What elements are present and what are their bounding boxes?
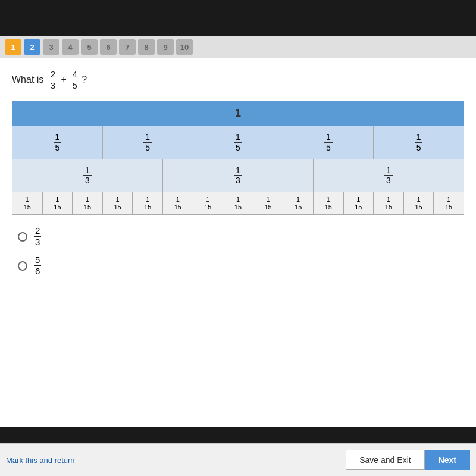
save-exit-button[interactable]: Save and Exit — [346, 450, 424, 470]
cell-third-1: 1 3 — [12, 159, 163, 192]
fraction2-den: 5 — [71, 80, 78, 91]
tab-7[interactable]: 7 — [119, 39, 136, 55]
cell-15th-14: 115 — [404, 192, 434, 214]
cell-15th-1: 115 — [12, 192, 43, 214]
cell-15th-4: 115 — [103, 192, 133, 214]
radio-2[interactable] — [18, 261, 27, 271]
main-content: What is 2 3 + 4 5 ? 1 1 5 — [0, 58, 476, 427]
frac-fifth-4: 1 5 — [283, 132, 373, 153]
right-buttons: Save and Exit Next — [346, 450, 470, 470]
chart-row-fifteenths: 115 115 115 115 115 115 115 115 115 115 … — [12, 192, 464, 214]
cell-15th-11: 115 — [314, 192, 344, 214]
tab-4[interactable]: 4 — [62, 39, 79, 55]
answer-choice-1[interactable]: 2 3 — [18, 226, 464, 248]
frac-fifth-3: 1 5 — [193, 132, 283, 153]
cell-15th-3: 115 — [73, 192, 103, 214]
answer-choice-2[interactable]: 5 6 — [18, 255, 464, 277]
tab-10[interactable]: 10 — [176, 39, 193, 55]
frac-third-3: 1 3 — [314, 165, 464, 186]
tab-1[interactable]: 1 — [5, 39, 21, 55]
frac-fifth-2: 1 5 — [103, 132, 193, 153]
cell-fifth-1: 1 5 — [12, 126, 103, 159]
answer1-num: 2 — [34, 226, 41, 237]
tab-bar: 1 2 3 4 5 6 7 8 9 10 — [0, 36, 476, 58]
fraction1-num: 2 — [49, 69, 57, 80]
chart-row-thirds: 1 3 1 3 1 3 — [12, 159, 464, 193]
fraction1: 2 3 — [49, 74, 60, 84]
answer-choices: 2 3 5 6 — [12, 226, 464, 277]
tab-9[interactable]: 9 — [157, 39, 174, 55]
answer-frac-1: 2 3 — [34, 226, 41, 248]
cell-15th-12: 115 — [344, 192, 374, 214]
answer-frac-2: 5 6 — [34, 255, 41, 277]
cell-third-2: 1 3 — [163, 159, 314, 192]
answer2-den: 6 — [34, 266, 41, 277]
tab-5[interactable]: 5 — [81, 39, 98, 55]
cell-15th-6: 115 — [163, 192, 193, 214]
chart-row-fifths: 1 5 1 5 1 5 1 5 — [12, 126, 464, 159]
tab-2[interactable]: 2 — [24, 39, 40, 55]
chart-row-one: 1 — [12, 101, 464, 126]
cell-fifth-3: 1 5 — [193, 126, 284, 159]
fraction1-display: 2 3 — [49, 69, 57, 91]
mark-return-button[interactable]: Mark this and return — [6, 456, 75, 465]
fraction2-display: 4 5 — [71, 69, 78, 91]
cell-fifth-2: 1 5 — [103, 126, 193, 159]
top-black-bar — [0, 0, 476, 36]
cell-15th-2: 115 — [43, 192, 73, 214]
fraction2-num: 4 — [71, 69, 78, 80]
tab-8[interactable]: 8 — [138, 39, 155, 55]
answer2-num: 5 — [34, 255, 41, 266]
cell-third-3: 1 3 — [314, 159, 464, 192]
frac-third-1: 1 3 — [12, 165, 162, 186]
fraction-chart: 1 1 5 1 5 1 5 — [12, 101, 464, 215]
question-text: What is 2 3 + 4 5 ? — [12, 69, 464, 91]
fraction1-den: 3 — [49, 80, 57, 91]
cell-15th-10: 115 — [283, 192, 314, 214]
next-button[interactable]: Next — [425, 450, 470, 470]
cell-fifth-4: 1 5 — [283, 126, 374, 159]
frac-third-2: 1 3 — [163, 165, 313, 186]
cell-15th-13: 115 — [374, 192, 404, 214]
cell-15th-7: 115 — [193, 192, 224, 214]
whole-cell: 1 — [12, 101, 464, 126]
cell-15th-9: 115 — [253, 192, 284, 214]
question-prefix: What is — [12, 74, 43, 84]
cell-15th-5: 115 — [133, 192, 163, 214]
tab-6[interactable]: 6 — [100, 39, 117, 55]
bottom-bar: Mark this and return Save and Exit Next — [0, 443, 476, 476]
cell-15th-15: 115 — [434, 192, 464, 214]
frac-fifth-1: 1 5 — [12, 132, 102, 153]
operator: + — [61, 74, 67, 84]
cell-fifth-5: 1 5 — [374, 126, 464, 159]
cell-15th-8: 115 — [223, 192, 253, 214]
tab-3[interactable]: 3 — [43, 39, 60, 55]
question-suffix: ? — [82, 74, 87, 84]
radio-1[interactable] — [18, 232, 27, 242]
answer1-den: 3 — [34, 237, 41, 248]
frac-fifth-5: 1 5 — [374, 132, 464, 153]
